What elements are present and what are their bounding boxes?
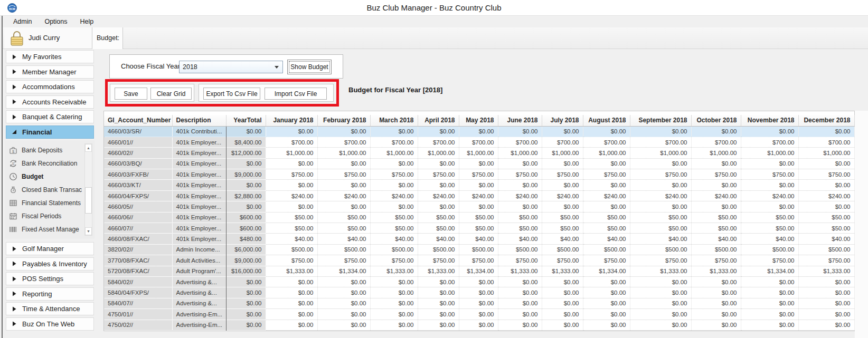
sidebar-item-member-manager[interactable]: Member Manager bbox=[6, 65, 94, 79]
month-cell[interactable]: $50.00 bbox=[459, 223, 498, 234]
month-cell[interactable]: $0.00 bbox=[630, 158, 691, 169]
description-cell[interactable]: 401k Contributi... bbox=[172, 126, 226, 137]
month-cell[interactable]: $0.00 bbox=[370, 320, 418, 330]
account-cell[interactable]: 4660/03/KT/ bbox=[104, 180, 172, 190]
month-cell[interactable]: $0.00 bbox=[741, 201, 798, 212]
month-cell[interactable]: $0.00 bbox=[583, 276, 630, 287]
month-cell[interactable]: $0.00 bbox=[498, 180, 542, 190]
month-cell[interactable]: $1,334.00 bbox=[317, 266, 370, 276]
sidebar-item-reporting[interactable]: Reporting bbox=[6, 287, 94, 301]
month-cell[interactable]: $0.00 bbox=[583, 158, 630, 169]
month-cell[interactable]: $1,000.00 bbox=[583, 148, 630, 158]
import-csv-button[interactable]: Import Csv File bbox=[265, 88, 327, 100]
column-header-december-2018[interactable]: December 2018 bbox=[798, 115, 854, 126]
description-cell[interactable]: 401k Employer... bbox=[172, 180, 226, 190]
month-cell[interactable]: $700.00 bbox=[542, 137, 583, 147]
month-cell[interactable]: $240.00 bbox=[370, 190, 418, 201]
month-cell[interactable]: $0.00 bbox=[741, 126, 798, 137]
year-total-cell[interactable]: $0.00 bbox=[226, 287, 266, 298]
account-cell[interactable]: 4660/03/SR/ bbox=[104, 126, 172, 137]
month-cell[interactable]: $50.00 bbox=[798, 223, 854, 234]
month-cell[interactable]: $0.00 bbox=[691, 309, 741, 320]
column-header-february-2018[interactable]: February 2018 bbox=[317, 115, 370, 126]
month-cell[interactable]: $0.00 bbox=[266, 309, 317, 320]
month-cell[interactable]: $0.00 bbox=[798, 320, 854, 330]
column-header-september-2018[interactable]: September 2018 bbox=[630, 115, 691, 126]
year-total-cell[interactable]: $9,000.00 bbox=[226, 169, 266, 180]
month-cell[interactable]: $1,000.00 bbox=[418, 148, 459, 158]
table-row[interactable]: 4660/04/FXPS/401k Employer...$2,880.00$2… bbox=[104, 190, 854, 201]
month-cell[interactable]: $0.00 bbox=[418, 276, 459, 287]
month-cell[interactable]: $240.00 bbox=[583, 190, 630, 201]
month-cell[interactable]: $700.00 bbox=[583, 137, 630, 147]
month-cell[interactable]: $750.00 bbox=[498, 169, 542, 180]
month-cell[interactable]: $0.00 bbox=[630, 276, 691, 287]
month-cell[interactable]: $0.00 bbox=[266, 126, 317, 137]
month-cell[interactable]: $0.00 bbox=[317, 158, 370, 169]
table-row[interactable]: 4660/03/SR/401k Contributi...$0.00$0.00$… bbox=[104, 126, 854, 137]
month-cell[interactable]: $50.00 bbox=[418, 223, 459, 234]
month-cell[interactable]: $0.00 bbox=[370, 276, 418, 287]
month-cell[interactable]: $0.00 bbox=[691, 158, 741, 169]
sidebar-item-time-attendance[interactable]: Time & Attendance bbox=[6, 302, 94, 315]
month-cell[interactable]: $1,334.00 bbox=[459, 266, 498, 276]
table-row[interactable]: 4660/01//401k Employer...$8,400.00$700.0… bbox=[104, 137, 854, 147]
account-cell[interactable]: 4660/06// bbox=[104, 212, 172, 223]
month-cell[interactable]: $40.00 bbox=[317, 234, 370, 244]
month-cell[interactable]: $1,000.00 bbox=[266, 148, 317, 158]
month-cell[interactable]: $240.00 bbox=[317, 190, 370, 201]
month-cell[interactable]: $750.00 bbox=[498, 255, 542, 266]
table-row[interactable]: 4660/07//401k Employer...$600.00$50.00$5… bbox=[104, 223, 854, 234]
table-row[interactable]: 5840/02//Advertising &...$0.00$0.00$0.00… bbox=[104, 276, 854, 287]
table-row[interactable]: 4660/02//401k Employer...$12,000.00$1,00… bbox=[104, 148, 854, 158]
month-cell[interactable]: $500.00 bbox=[583, 244, 630, 255]
month-cell[interactable]: $50.00 bbox=[459, 212, 498, 223]
month-cell[interactable]: $40.00 bbox=[370, 234, 418, 244]
month-cell[interactable]: $0.00 bbox=[542, 158, 583, 169]
month-cell[interactable]: $750.00 bbox=[266, 255, 317, 266]
month-cell[interactable]: $0.00 bbox=[266, 180, 317, 190]
year-total-cell[interactable]: $480.00 bbox=[226, 234, 266, 244]
description-cell[interactable]: 401k Employer... bbox=[172, 158, 226, 169]
menu-admin[interactable]: Admin bbox=[7, 16, 38, 27]
clear-grid-button[interactable]: Clear Grid bbox=[150, 88, 192, 100]
month-cell[interactable]: $1,334.00 bbox=[741, 266, 798, 276]
month-cell[interactable]: $700.00 bbox=[370, 137, 418, 147]
sidebar-subitem-bank-deposits[interactable]: $Bank Deposits bbox=[5, 143, 95, 157]
description-cell[interactable]: 401k Employer... bbox=[172, 148, 226, 158]
month-cell[interactable]: $750.00 bbox=[459, 255, 498, 266]
description-cell[interactable]: 401k Employer... bbox=[172, 169, 226, 180]
year-total-cell[interactable]: $0.00 bbox=[226, 276, 266, 287]
description-cell[interactable]: 401k Employer... bbox=[172, 212, 226, 223]
month-cell[interactable]: $0.00 bbox=[741, 158, 798, 169]
sidebar-subitem-fiscal-periods[interactable]: Fiscal Periods bbox=[5, 209, 95, 223]
year-total-cell[interactable]: $0.00 bbox=[226, 126, 266, 137]
sidebar-subitem-closed-bank-transac[interactable]: Closed Bank Transac bbox=[5, 183, 95, 196]
month-cell[interactable]: $0.00 bbox=[317, 287, 370, 298]
table-row[interactable]: 4750/01//Advertising-Em...$0.00$0.00$0.0… bbox=[104, 309, 854, 320]
month-cell[interactable]: $0.00 bbox=[798, 309, 854, 320]
description-cell[interactable]: 401k Employer... bbox=[172, 137, 226, 147]
month-cell[interactable]: $0.00 bbox=[370, 180, 418, 190]
month-cell[interactable]: $500.00 bbox=[317, 244, 370, 255]
month-cell[interactable]: $40.00 bbox=[418, 234, 459, 244]
month-cell[interactable]: $40.00 bbox=[498, 234, 542, 244]
month-cell[interactable]: $0.00 bbox=[418, 158, 459, 169]
month-cell[interactable]: $50.00 bbox=[317, 223, 370, 234]
month-cell[interactable]: $700.00 bbox=[459, 137, 498, 147]
month-cell[interactable]: $1,000.00 bbox=[498, 148, 542, 158]
month-cell[interactable]: $750.00 bbox=[542, 255, 583, 266]
table-row[interactable]: 4660/03/BQ/401k Employer...$0.00$0.00$0.… bbox=[104, 158, 854, 169]
month-cell[interactable]: $0.00 bbox=[459, 158, 498, 169]
month-cell[interactable]: $0.00 bbox=[317, 320, 370, 330]
month-cell[interactable]: $0.00 bbox=[418, 309, 459, 320]
table-row[interactable]: 5840/04/FXPS/Advertising &...$0.00$0.00$… bbox=[104, 287, 854, 298]
month-cell[interactable]: $500.00 bbox=[542, 244, 583, 255]
month-cell[interactable]: $50.00 bbox=[498, 223, 542, 234]
month-cell[interactable]: $0.00 bbox=[630, 320, 691, 330]
account-cell[interactable]: 5840/02// bbox=[104, 276, 172, 287]
month-cell[interactable]: $240.00 bbox=[691, 190, 741, 201]
month-cell[interactable]: $50.00 bbox=[266, 223, 317, 234]
month-cell[interactable]: $0.00 bbox=[459, 309, 498, 320]
month-cell[interactable]: $50.00 bbox=[542, 212, 583, 223]
